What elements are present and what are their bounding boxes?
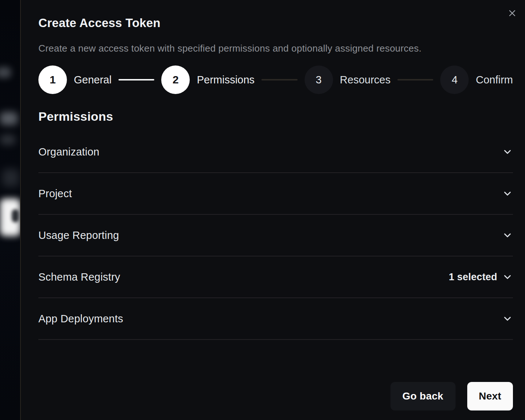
permission-row-app-deployments[interactable]: App Deployments <box>38 298 513 340</box>
background-blur-blob <box>0 67 11 78</box>
background-blur-blob <box>0 112 18 125</box>
selection-count-badge: 1 selected <box>449 271 497 283</box>
permission-row-label: Organization <box>38 146 99 158</box>
background-blur-blob <box>2 169 19 187</box>
chevron-down-icon <box>502 188 513 199</box>
permission-row-label: Usage Reporting <box>38 229 119 241</box>
permission-row-label: Schema Registry <box>38 271 120 283</box>
dialog-header: Create Access Token Create a new access … <box>38 0 513 55</box>
background-blur-blob <box>12 209 19 222</box>
dialog-title: Create Access Token <box>38 16 513 30</box>
stepper-step-permissions[interactable]: 2Permissions <box>161 65 254 94</box>
next-button[interactable]: Next <box>467 382 513 410</box>
permissions-accordion: OrganizationProjectUsage ReportingSchema… <box>38 131 513 340</box>
step-label: General <box>74 74 112 86</box>
close-icon <box>507 8 517 18</box>
stepper-step-resources[interactable]: 3Resources <box>305 65 391 94</box>
permission-row-label: App Deployments <box>38 313 123 325</box>
permission-row-meta <box>502 146 513 157</box>
background-blur-blob <box>0 135 15 145</box>
permission-row-meta <box>502 188 513 199</box>
permission-row-organization[interactable]: Organization <box>38 131 513 173</box>
step-number-badge: 3 <box>305 65 333 94</box>
permission-row-schema-registry[interactable]: Schema Registry1 selected <box>38 256 513 298</box>
step-number-badge: 1 <box>38 65 67 94</box>
step-connector-line <box>261 79 297 80</box>
permission-row-project[interactable]: Project <box>38 173 513 215</box>
dialog-footer: Go back Next <box>38 382 513 410</box>
step-label: Confirm <box>476 74 513 86</box>
permission-row-usage-reporting[interactable]: Usage Reporting <box>38 215 513 256</box>
permission-row-meta: 1 selected <box>449 271 513 283</box>
permission-row-meta <box>502 230 513 241</box>
step-label: Permissions <box>197 74 254 86</box>
section-heading: Permissions <box>38 110 513 123</box>
permission-row-label: Project <box>38 188 72 200</box>
chevron-down-icon <box>502 271 513 282</box>
dialog-subtitle: Create a new access token with specified… <box>38 41 513 55</box>
step-connector-line <box>397 79 433 80</box>
step-label: Resources <box>340 74 391 86</box>
step-number-badge: 4 <box>440 65 469 94</box>
chevron-down-icon <box>502 146 513 157</box>
stepper-step-confirm[interactable]: 4Confirm <box>440 65 513 94</box>
chevron-down-icon <box>502 313 513 324</box>
go-back-button[interactable]: Go back <box>390 382 456 410</box>
close-button[interactable] <box>504 5 520 21</box>
stepper: 1General2Permissions3Resources4Confirm <box>38 65 513 94</box>
screen: Create Access Token Create a new access … <box>0 0 525 420</box>
stepper-step-general[interactable]: 1General <box>38 65 112 94</box>
step-number-badge: 2 <box>161 65 190 94</box>
permission-row-meta <box>502 313 513 324</box>
step-connector-line <box>118 79 154 80</box>
create-access-token-dialog: Create Access Token Create a new access … <box>20 0 525 420</box>
chevron-down-icon <box>502 230 513 241</box>
